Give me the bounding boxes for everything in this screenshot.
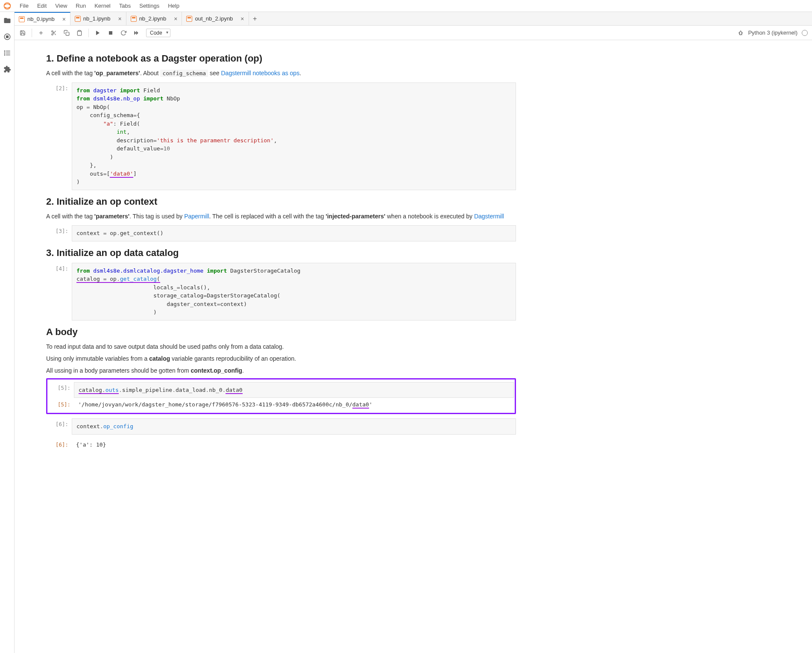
text: 'injected-parameters'	[325, 213, 385, 220]
toc-icon[interactable]	[3, 49, 12, 57]
notebook-toolbar: Code Python 3 (ipykernel)	[15, 26, 812, 40]
text: A cell with the tag	[46, 213, 94, 220]
svg-line-15	[53, 32, 54, 32]
running-icon[interactable]	[3, 32, 12, 41]
menu-kernel[interactable]: Kernel	[90, 1, 115, 11]
tab-label: out_nb_2.ipynb	[195, 15, 233, 22]
close-icon[interactable]: ×	[174, 16, 177, 22]
inline-code: config_schema	[160, 70, 208, 77]
text: catalog	[149, 355, 170, 362]
text: see	[208, 70, 221, 76]
code-input[interactable]: context = op.get_context()	[72, 225, 516, 241]
text: 'op_parameters'	[94, 70, 140, 76]
svg-point-11	[52, 30, 53, 32]
code-cell[interactable]: [3]: context = op.get_context()	[46, 225, 516, 241]
menu-view[interactable]: View	[51, 1, 71, 11]
highlighted-region: [5]: catalog.outs.simple_pipeline.data_l…	[46, 378, 516, 415]
link[interactable]: Papermill	[184, 213, 209, 220]
paste-button[interactable]	[74, 27, 85, 38]
text: .	[299, 70, 301, 76]
close-icon[interactable]: ×	[62, 16, 66, 22]
code-input[interactable]: context.op_config	[72, 418, 516, 435]
activity-bar	[0, 12, 15, 653]
svg-rect-19	[109, 31, 112, 35]
section-heading: 3. Initialize an op data catalog	[46, 247, 516, 259]
new-tab-button[interactable]: +	[249, 15, 261, 23]
notebook-icon	[131, 16, 137, 22]
text: context.op_config	[191, 367, 243, 374]
svg-point-7	[4, 53, 5, 53]
svg-marker-18	[96, 30, 100, 35]
text: 'parameters'	[94, 213, 129, 220]
run-button[interactable]	[92, 27, 103, 38]
input-prompt: [4]:	[46, 263, 72, 321]
menu-edit[interactable]: Edit	[33, 1, 51, 11]
tab-bar: nb_0.ipynb × nb_1.ipynb × nb_2.ipynb × o…	[15, 12, 812, 26]
svg-point-12	[52, 33, 53, 35]
code-cell[interactable]: [6]: context.op_config	[46, 418, 516, 435]
menu-settings[interactable]: Settings	[135, 1, 164, 11]
code-input[interactable]: from dsml4s8e.dsmlcatalog.dagster_home i…	[72, 263, 516, 321]
bug-icon[interactable]	[735, 27, 746, 38]
svg-point-6	[4, 51, 5, 52]
interrupt-button[interactable]	[105, 27, 116, 38]
notebook-icon	[186, 16, 192, 22]
code-cell[interactable]: [4]: from dsml4s8e.dsmlcatalog.dagster_h…	[46, 263, 516, 321]
svg-rect-17	[79, 30, 81, 31]
input-prompt: [5]:	[48, 382, 74, 398]
tab-out-nb-2[interactable]: out_nb_2.ipynb ×	[182, 12, 249, 25]
input-prompt: [6]:	[46, 418, 72, 435]
output-cell: [6]: {'a': 10}	[46, 439, 516, 450]
tab-nb-2[interactable]: nb_2.ipynb ×	[126, 12, 182, 25]
kernel-name[interactable]: Python 3 (ipykernel)	[748, 29, 797, 36]
cell-type-select[interactable]: Code	[146, 29, 170, 37]
notebook-panel[interactable]: 1. Define a notebook as a Dagster operat…	[15, 40, 812, 653]
markdown-cell: A body To read input data and to save ou…	[46, 326, 516, 376]
menu-help[interactable]: Help	[164, 1, 184, 11]
text: Using only immutable variables from a	[46, 355, 149, 362]
svg-marker-21	[136, 31, 138, 35]
jupyter-logo-icon	[2, 0, 13, 12]
text: . About	[140, 70, 160, 76]
copy-button[interactable]	[61, 27, 72, 38]
save-button[interactable]	[17, 27, 28, 38]
restart-button[interactable]	[118, 27, 129, 38]
section-heading: 2. Initialize an op context	[46, 196, 516, 207]
svg-rect-16	[66, 32, 69, 35]
tab-nb-1[interactable]: nb_1.ipynb ×	[70, 12, 126, 25]
link[interactable]: Dagstermill	[474, 213, 504, 220]
svg-line-14	[54, 33, 56, 35]
output-prompt: [6]:	[46, 439, 72, 450]
code-input[interactable]: from dagster import Field from dsml4s8e.…	[72, 82, 516, 190]
menu-run[interactable]: Run	[71, 1, 90, 11]
menu-file[interactable]: File	[15, 1, 33, 11]
tab-nb-0[interactable]: nb_0.ipynb ×	[15, 12, 70, 25]
menubar: File Edit View Run Kernel Tabs Settings …	[0, 0, 812, 12]
code-cell[interactable]: [2]: from dagster import Field from dsml…	[46, 82, 516, 190]
text: .	[242, 367, 244, 374]
folder-icon[interactable]	[3, 16, 12, 25]
close-icon[interactable]: ×	[118, 16, 121, 22]
markdown-cell: 3. Initialize an op data catalog	[46, 247, 516, 259]
svg-rect-2	[6, 36, 8, 38]
restart-run-all-button[interactable]	[131, 27, 142, 38]
text: . The cell is replaced with a cell with …	[209, 213, 326, 220]
text: To read input data and to save output da…	[46, 342, 516, 351]
cut-button[interactable]	[48, 27, 59, 38]
code-cell[interactable]: [5]: catalog.outs.simple_pipeline.data_l…	[48, 382, 514, 398]
kernel-status-icon	[802, 30, 808, 36]
code-input[interactable]: catalog.outs.simple_pipeline.data_load.n…	[74, 382, 514, 398]
extensions-icon[interactable]	[3, 65, 12, 74]
add-cell-button[interactable]	[35, 27, 47, 38]
text: All ussing in a body parameters should b…	[46, 367, 191, 374]
text: . This tag is used by	[129, 213, 184, 220]
close-icon[interactable]: ×	[240, 16, 244, 22]
menu-tabs[interactable]: Tabs	[115, 1, 135, 11]
link[interactable]: Dagstermill notebooks as ops	[221, 70, 299, 76]
notebook-icon	[19, 16, 25, 22]
text: variable garants reproducibility of an o…	[170, 355, 296, 362]
output-text: {'a': 10}	[72, 439, 516, 450]
markdown-cell: 1. Define a notebook as a Dagster operat…	[46, 53, 516, 78]
input-prompt: [2]:	[46, 82, 72, 190]
output-cell: [5]: '/home/jovyan/work/dagster_home/sto…	[48, 399, 514, 410]
